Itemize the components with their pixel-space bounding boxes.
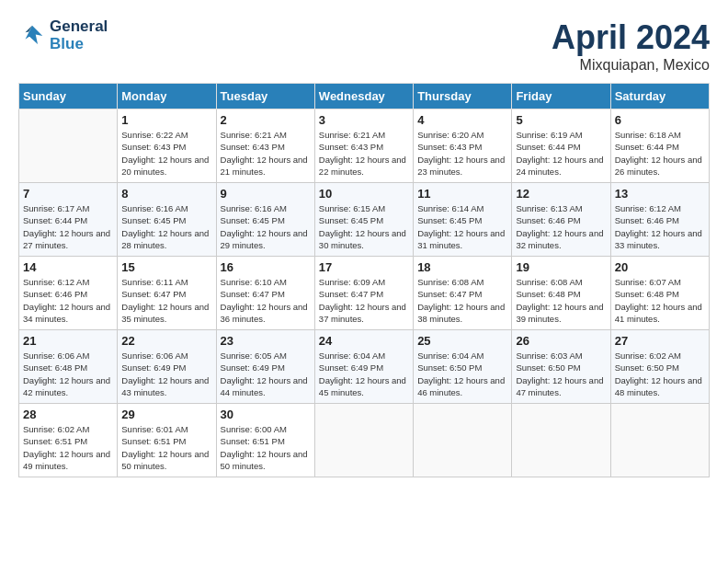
- day-info: Sunrise: 6:01 AMSunset: 6:51 PMDaylight:…: [121, 423, 211, 472]
- day-info: Sunrise: 6:21 AMSunset: 6:43 PMDaylight:…: [221, 129, 311, 178]
- calendar-cell: 9Sunrise: 6:16 AMSunset: 6:45 PMDaylight…: [216, 183, 314, 257]
- day-number: 10: [319, 187, 409, 201]
- day-number: 8: [121, 187, 211, 201]
- day-info: Sunrise: 6:04 AMSunset: 6:49 PMDaylight:…: [319, 350, 409, 398]
- calendar-title: April 2024: [552, 18, 710, 57]
- day-number: 23: [221, 334, 311, 348]
- day-info: Sunrise: 6:06 AMSunset: 6:48 PMDaylight:…: [23, 350, 113, 398]
- day-info: Sunrise: 6:09 AMSunset: 6:47 PMDaylight:…: [319, 276, 409, 325]
- header: General Blue April 2024 Mixquiapan, Mexi…: [18, 18, 710, 74]
- day-number: 17: [319, 260, 409, 274]
- day-info: Sunrise: 6:04 AMSunset: 6:50 PMDaylight:…: [417, 350, 507, 398]
- day-number: 19: [516, 260, 606, 274]
- week-row-2: 7Sunrise: 6:17 AMSunset: 6:44 PMDaylight…: [19, 183, 710, 257]
- day-info: Sunrise: 6:12 AMSunset: 6:46 PMDaylight:…: [615, 202, 705, 251]
- calendar-cell: [610, 404, 709, 477]
- day-number: 22: [121, 334, 211, 348]
- weekday-wednesday: Wednesday: [314, 84, 413, 109]
- weekday-sunday: Sunday: [19, 84, 118, 109]
- day-info: Sunrise: 6:16 AMSunset: 6:45 PMDaylight:…: [121, 202, 211, 251]
- week-row-4: 21Sunrise: 6:06 AMSunset: 6:48 PMDayligh…: [19, 330, 710, 404]
- svg-marker-0: [26, 25, 43, 43]
- calendar-table: SundayMondayTuesdayWednesdayThursdayFrid…: [18, 83, 710, 477]
- logo: General Blue: [18, 18, 108, 52]
- day-number: 27: [615, 334, 705, 348]
- weekday-friday: Friday: [512, 84, 610, 109]
- calendar-cell: 6Sunrise: 6:18 AMSunset: 6:44 PMDaylight…: [610, 109, 709, 183]
- day-info: Sunrise: 6:05 AMSunset: 6:49 PMDaylight:…: [221, 350, 311, 398]
- day-info: Sunrise: 6:16 AMSunset: 6:45 PMDaylight:…: [221, 202, 311, 251]
- calendar-cell: [414, 404, 512, 477]
- calendar-cell: 15Sunrise: 6:11 AMSunset: 6:47 PMDayligh…: [118, 257, 216, 330]
- calendar-cell: 12Sunrise: 6:13 AMSunset: 6:46 PMDayligh…: [512, 183, 610, 257]
- day-info: Sunrise: 6:12 AMSunset: 6:46 PMDaylight:…: [23, 276, 113, 325]
- day-info: Sunrise: 6:15 AMSunset: 6:45 PMDaylight:…: [319, 202, 409, 251]
- calendar-cell: 27Sunrise: 6:02 AMSunset: 6:50 PMDayligh…: [610, 330, 709, 404]
- day-info: Sunrise: 6:18 AMSunset: 6:44 PMDaylight:…: [615, 129, 705, 178]
- day-number: 29: [121, 408, 211, 421]
- day-info: Sunrise: 6:00 AMSunset: 6:51 PMDaylight:…: [221, 423, 311, 472]
- calendar-cell: 1Sunrise: 6:22 AMSunset: 6:43 PMDaylight…: [118, 109, 216, 183]
- calendar-cell: 11Sunrise: 6:14 AMSunset: 6:45 PMDayligh…: [414, 183, 512, 257]
- day-info: Sunrise: 6:19 AMSunset: 6:44 PMDaylight:…: [516, 129, 606, 178]
- calendar-cell: 22Sunrise: 6:06 AMSunset: 6:49 PMDayligh…: [118, 330, 216, 404]
- day-number: 9: [221, 187, 311, 201]
- calendar-body: 1Sunrise: 6:22 AMSunset: 6:43 PMDaylight…: [19, 109, 710, 477]
- day-number: 7: [23, 187, 113, 201]
- calendar-cell: 19Sunrise: 6:08 AMSunset: 6:48 PMDayligh…: [512, 257, 610, 330]
- calendar-cell: 20Sunrise: 6:07 AMSunset: 6:48 PMDayligh…: [610, 257, 709, 330]
- calendar-cell: 24Sunrise: 6:04 AMSunset: 6:49 PMDayligh…: [314, 330, 413, 404]
- calendar-cell: 17Sunrise: 6:09 AMSunset: 6:47 PMDayligh…: [314, 257, 413, 330]
- day-number: 18: [417, 260, 507, 274]
- day-info: Sunrise: 6:11 AMSunset: 6:47 PMDaylight:…: [121, 276, 211, 325]
- calendar-cell: 18Sunrise: 6:08 AMSunset: 6:47 PMDayligh…: [414, 257, 512, 330]
- calendar-cell: [512, 404, 610, 477]
- day-number: 14: [23, 260, 113, 274]
- day-info: Sunrise: 6:22 AMSunset: 6:43 PMDaylight:…: [121, 129, 211, 178]
- day-info: Sunrise: 6:03 AMSunset: 6:50 PMDaylight:…: [516, 350, 606, 398]
- day-info: Sunrise: 6:06 AMSunset: 6:49 PMDaylight:…: [121, 350, 211, 398]
- day-info: Sunrise: 6:08 AMSunset: 6:48 PMDaylight:…: [516, 276, 606, 325]
- calendar-cell: [314, 404, 413, 477]
- weekday-saturday: Saturday: [610, 84, 709, 109]
- week-row-1: 1Sunrise: 6:22 AMSunset: 6:43 PMDaylight…: [19, 109, 710, 183]
- day-number: 2: [221, 113, 311, 127]
- day-info: Sunrise: 6:21 AMSunset: 6:43 PMDaylight:…: [319, 129, 409, 178]
- calendar-subtitle: Mixquiapan, Mexico: [552, 57, 710, 74]
- calendar-cell: 7Sunrise: 6:17 AMSunset: 6:44 PMDaylight…: [19, 183, 118, 257]
- week-row-5: 28Sunrise: 6:02 AMSunset: 6:51 PMDayligh…: [19, 404, 710, 477]
- weekday-tuesday: Tuesday: [216, 84, 314, 109]
- day-number: 25: [417, 334, 507, 348]
- calendar-cell: 5Sunrise: 6:19 AMSunset: 6:44 PMDaylight…: [512, 109, 610, 183]
- day-info: Sunrise: 6:13 AMSunset: 6:46 PMDaylight:…: [516, 202, 606, 251]
- day-number: 20: [615, 260, 705, 274]
- calendar-cell: 29Sunrise: 6:01 AMSunset: 6:51 PMDayligh…: [118, 404, 216, 477]
- title-area: April 2024 Mixquiapan, Mexico: [552, 18, 710, 74]
- calendar-cell: 8Sunrise: 6:16 AMSunset: 6:45 PMDaylight…: [118, 183, 216, 257]
- weekday-monday: Monday: [118, 84, 216, 109]
- day-number: 15: [121, 260, 211, 274]
- calendar-cell: 21Sunrise: 6:06 AMSunset: 6:48 PMDayligh…: [19, 330, 118, 404]
- calendar-cell: [19, 109, 118, 183]
- day-number: 5: [516, 113, 606, 127]
- calendar-cell: 2Sunrise: 6:21 AMSunset: 6:43 PMDaylight…: [216, 109, 314, 183]
- logo-bird-icon: [18, 22, 46, 50]
- day-info: Sunrise: 6:08 AMSunset: 6:47 PMDaylight:…: [417, 276, 507, 325]
- calendar-cell: 25Sunrise: 6:04 AMSunset: 6:50 PMDayligh…: [414, 330, 512, 404]
- day-info: Sunrise: 6:14 AMSunset: 6:45 PMDaylight:…: [417, 202, 507, 251]
- day-number: 24: [319, 334, 409, 348]
- day-number: 16: [221, 260, 311, 274]
- day-info: Sunrise: 6:07 AMSunset: 6:48 PMDaylight:…: [615, 276, 705, 325]
- calendar-cell: 30Sunrise: 6:00 AMSunset: 6:51 PMDayligh…: [216, 404, 314, 477]
- weekday-header-row: SundayMondayTuesdayWednesdayThursdayFrid…: [19, 84, 710, 109]
- logo-text: General Blue: [50, 18, 108, 52]
- calendar-cell: 26Sunrise: 6:03 AMSunset: 6:50 PMDayligh…: [512, 330, 610, 404]
- day-number: 1: [121, 113, 211, 127]
- day-number: 11: [417, 187, 507, 201]
- day-number: 3: [319, 113, 409, 127]
- day-number: 21: [23, 334, 113, 348]
- week-row-3: 14Sunrise: 6:12 AMSunset: 6:46 PMDayligh…: [19, 257, 710, 330]
- calendar-cell: 14Sunrise: 6:12 AMSunset: 6:46 PMDayligh…: [19, 257, 118, 330]
- day-number: 12: [516, 187, 606, 201]
- day-number: 6: [615, 113, 705, 127]
